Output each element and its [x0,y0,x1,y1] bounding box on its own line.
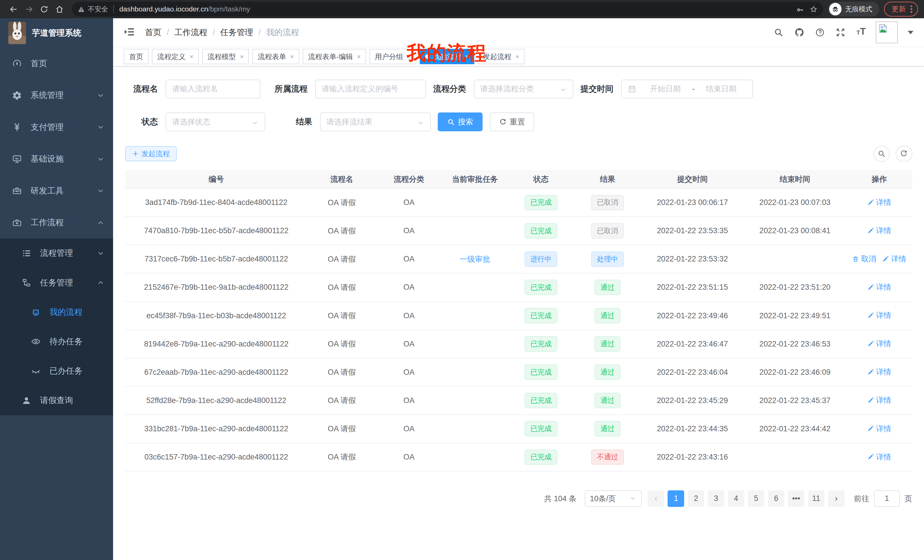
bookmark-star-icon[interactable] [810,5,818,13]
page-button-5[interactable]: 5 [748,490,764,507]
sidebar-item-workflow[interactable]: 工作流程 [0,207,113,238]
sidebar-item-done-tasks[interactable]: 已办任务 [0,356,113,386]
submit-time-range-picker[interactable]: - [621,79,753,99]
start-date-input[interactable] [640,84,691,93]
sidebar-item-infrastructure[interactable]: 基础设施 [0,143,113,175]
next-page-button[interactable]: › [828,490,844,507]
sidebar-item-process-mgmt[interactable]: 流程管理 [0,239,113,268]
github-icon[interactable] [794,27,805,38]
status-select[interactable] [166,112,265,131]
tab-start-process[interactable]: 发起流程× [478,49,525,64]
status-badge: 已完成 [525,195,557,210]
browser-menu-icon[interactable] [910,5,912,13]
tab-my-process[interactable]: 我的流程× [420,49,474,64]
cell-category: OA [376,330,442,358]
tab-process-model[interactable]: 流程模型× [202,49,249,64]
show-search-button[interactable] [873,145,890,162]
result-select[interactable] [320,112,431,131]
detail-link[interactable]: 详情 [867,424,891,434]
close-tab-icon[interactable]: × [240,53,244,60]
browser-update-button[interactable]: 更新 [884,2,918,16]
detail-link[interactable]: 详情 [867,197,891,208]
detail-link[interactable]: 详情 [867,282,891,292]
back-icon[interactable] [6,1,21,17]
process-name-input[interactable] [166,79,260,99]
result-badge: 通过 [594,421,621,436]
close-tab-icon[interactable]: × [407,53,411,60]
search-button[interactable]: 搜索 [438,112,483,131]
avatar[interactable] [876,21,897,43]
tab-label: 首页 [129,52,143,61]
cell-id: 819442e8-7b9a-11ec-a290-acde48001122 [125,330,308,358]
tab-process-definition[interactable]: 流程定义× [152,49,199,64]
close-tab-icon[interactable]: × [515,53,519,60]
sidebar-item-payment[interactable]: 支付管理 [0,111,113,143]
close-tab-icon[interactable]: × [190,53,193,60]
table-row: 331bc281-7b9a-11ec-a290-acde48001122OA 请… [125,415,912,443]
more-pages-button[interactable]: ••• [788,490,804,507]
detail-link[interactable]: 详情 [867,367,891,377]
reset-button[interactable]: 重置 [490,112,534,131]
detail-link[interactable]: 详情 [867,395,891,405]
detail-link[interactable]: 详情 [867,226,891,236]
sidebar-item-system[interactable]: 系统管理 [0,79,113,111]
sidebar-item-dev-tools[interactable]: 研发工具 [0,175,113,207]
briefcase-icon [12,217,22,228]
avatar-dropdown-icon[interactable] [908,31,914,34]
page-size-select[interactable]: 10条/页 [585,490,642,507]
filter-label-category: 流程分类 [433,83,466,95]
search-icon[interactable] [772,27,784,38]
cell-category: OA [376,273,442,301]
task-link[interactable]: 一级审批 [460,254,490,264]
reload-icon[interactable] [36,1,52,17]
end-date-input[interactable] [696,84,746,93]
app-logo[interactable]: 芋道管理系统 [0,18,113,48]
page-button-11[interactable]: 11 [808,490,825,507]
refresh-table-button[interactable] [896,145,912,162]
cancel-link[interactable]: 取消 [852,254,876,264]
forward-icon[interactable] [21,1,36,17]
prev-page-button[interactable]: ‹ [648,490,664,507]
cell-status: 已完成 [508,330,574,358]
breadcrumb-item[interactable]: 任务管理 [220,27,253,38]
category-select[interactable] [474,79,573,99]
goto-page-input[interactable] [874,490,900,507]
sidebar-item-todo-tasks[interactable]: 待办任务 [0,327,113,356]
parent-process-input[interactable] [315,79,426,99]
create-process-button[interactable]: 发起流程 [125,146,177,162]
hamburger-icon[interactable] [124,26,136,39]
breadcrumb-item[interactable]: 工作流程 [174,27,208,38]
tab-user-group[interactable]: 用户分组× [369,49,416,64]
close-tab-icon[interactable]: × [290,53,294,60]
cell-name: OA 请假 [308,302,376,330]
tab-home[interactable]: 首页 [124,49,148,64]
detail-link[interactable]: 详情 [882,254,906,264]
sidebar-item-leave-query[interactable]: 请假查询 [0,386,113,415]
page-button-1[interactable]: 1 [668,490,684,507]
page-button-3[interactable]: 3 [708,490,724,507]
key-icon[interactable] [796,5,804,13]
tab-process-form-edit[interactable]: 流程表单-编辑× [303,49,366,64]
sidebar-item-label: 待办任务 [50,336,105,347]
detail-link[interactable]: 详情 [867,338,891,349]
page-button-6[interactable]: 6 [768,490,784,507]
home-icon[interactable] [52,1,68,17]
page-button-4[interactable]: 4 [728,490,744,507]
detail-link[interactable]: 详情 [867,310,891,320]
help-icon[interactable] [814,27,826,38]
breadcrumb-item[interactable]: 首页 [145,27,162,38]
sidebar-item-my-process[interactable]: 我的流程 [0,297,113,327]
result-badge: 不通过 [591,449,624,465]
cell-submit-time: 2022-01-22 23:53:35 [641,217,744,245]
security-indicator[interactable]: 不安全 [78,4,108,14]
detail-link[interactable]: 详情 [867,452,891,462]
sidebar-item-home[interactable]: 首页 [0,48,113,79]
font-size-icon[interactable]: TT [855,27,867,38]
page-button-2[interactable]: 2 [688,490,704,507]
tab-process-form[interactable]: 流程表单× [252,49,299,64]
fullscreen-icon[interactable] [835,27,846,38]
close-tab-icon[interactable]: × [357,53,361,60]
close-tab-icon[interactable]: × [465,53,469,60]
sidebar-item-task-mgmt[interactable]: 任务管理 [0,268,113,297]
address-bar[interactable]: 不安全 dashboard.yudao.iocoder.cn/bpm/task/… [72,2,824,16]
